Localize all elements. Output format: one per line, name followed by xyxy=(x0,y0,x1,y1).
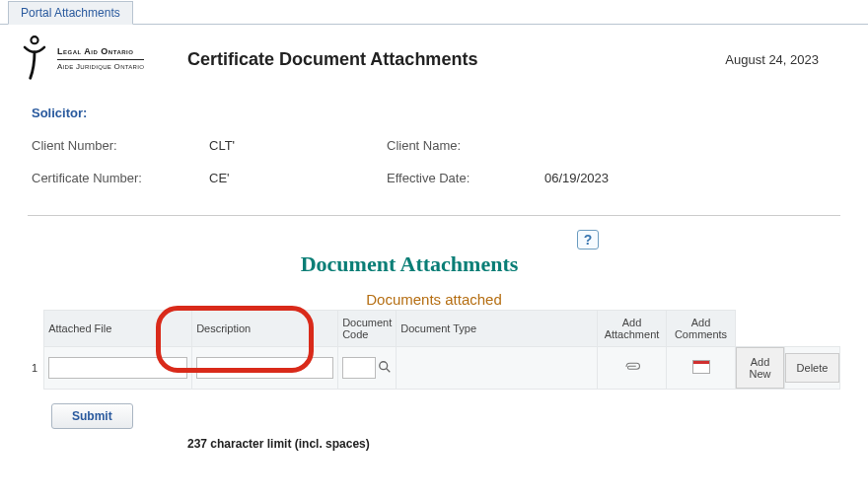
lookup-icon[interactable] xyxy=(378,360,392,376)
row-index: 1 xyxy=(28,347,44,390)
solicitor-label: Solicitor: xyxy=(32,106,836,120)
cert-number-value: CE' xyxy=(209,171,387,185)
th-document-type: Document Type xyxy=(397,311,598,347)
section-title: Document Attachments xyxy=(0,251,868,277)
th-description: Description xyxy=(192,311,338,347)
svg-line-2 xyxy=(387,369,391,373)
help-icon[interactable]: ? xyxy=(577,230,599,250)
client-name-label: Client Name: xyxy=(387,138,544,153)
document-type-cell xyxy=(397,347,598,390)
logo-text-fr: Aide Juridique Ontario xyxy=(57,62,144,72)
svg-point-0 xyxy=(31,36,37,43)
delete-button[interactable]: Delete xyxy=(785,353,839,383)
eff-date-value: 06/19/2023 xyxy=(544,171,609,185)
logo-text-en: Legal Aid Ontario xyxy=(57,46,144,57)
page-title: Certificate Document Attachments xyxy=(187,49,695,70)
table-caption: Documents attached xyxy=(28,291,840,308)
tab-portal-attachments[interactable]: Portal Attachments xyxy=(8,1,133,25)
header: Legal Aid Ontario Aide Juridique Ontario… xyxy=(0,25,868,94)
client-number-value: CLT' xyxy=(209,138,387,153)
calendar-icon[interactable] xyxy=(692,360,710,374)
documents-table: Attached File Description Document Code … xyxy=(28,310,840,390)
char-limit-note: 237 character limit (incl. spaces) xyxy=(187,437,868,451)
logo-icon xyxy=(20,35,49,84)
table-row: 1 xyxy=(28,347,840,390)
description-input[interactable] xyxy=(196,357,333,379)
logo: Legal Aid Ontario Aide Juridique Ontario xyxy=(20,35,158,84)
th-attached-file: Attached File xyxy=(44,311,192,347)
client-number-label: Client Number: xyxy=(32,138,209,153)
submit-button[interactable]: Submit xyxy=(51,403,133,429)
eff-date-label: Effective Date: xyxy=(387,171,544,185)
attached-file-input[interactable] xyxy=(48,357,187,379)
add-new-button[interactable]: Add New xyxy=(736,347,784,389)
page-date: August 24, 2023 xyxy=(725,52,819,67)
cert-number-label: Certificate Number: xyxy=(32,171,209,185)
th-add-comments: Add Comments xyxy=(667,311,736,347)
tab-label: Portal Attachments xyxy=(21,6,120,20)
th-add-attachment: Add Attachment xyxy=(598,311,667,347)
document-code-input[interactable] xyxy=(342,357,376,379)
svg-point-1 xyxy=(380,362,388,370)
paperclip-icon[interactable] xyxy=(623,364,641,376)
th-document-code: Document Code xyxy=(338,311,397,347)
